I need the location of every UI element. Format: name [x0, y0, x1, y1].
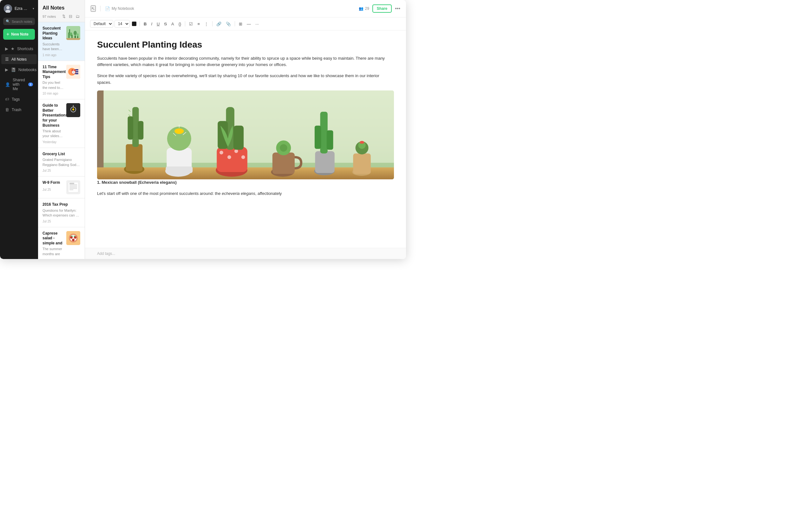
svg-point-22	[72, 109, 74, 110]
link-button[interactable]: 🔗	[215, 20, 223, 28]
note-thumb-succulent	[66, 26, 80, 40]
note-card-w9[interactable]: W-9 Form Jul 25	[38, 176, 85, 198]
notes-list-panel: All Notes 97 notes ⇅ ⊟ 🗂 Succulent Plant…	[38, 0, 85, 259]
sidebar-item-trash[interactable]: 🗑 Trash	[1, 105, 37, 115]
table-button[interactable]: ⊞	[237, 20, 244, 28]
color-picker[interactable]	[132, 22, 136, 26]
editor-section-heading: 1. Mexican snowball (Echeveria elegans)	[97, 179, 394, 186]
sidebar-item-all-notes[interactable]: ☰ All Notes	[1, 54, 37, 64]
svg-point-10	[77, 33, 79, 36]
note-content-pres: Guide to Better Presentations for your B…	[42, 103, 64, 144]
bold-button[interactable]: B	[142, 20, 148, 28]
plus-icon: +	[6, 31, 9, 37]
italic-button[interactable]: I	[149, 20, 154, 28]
checkbox-button[interactable]: ☑	[187, 20, 195, 28]
new-note-button[interactable]: + New Note	[3, 29, 35, 40]
toolbar-separator-1	[140, 21, 140, 26]
font-select[interactable]: Default	[90, 20, 113, 28]
note-card-succulent[interactable]: Succulent Planting Ideas Succulents have…	[38, 22, 85, 61]
editor-topbar: ↖ 📄 My Notebook 👥 29 Share •••	[85, 0, 406, 18]
note-preview: Questions for Marilyn: Which expenses ca…	[42, 208, 80, 218]
note-time: 10 min ago	[42, 92, 64, 95]
underline-button[interactable]: U	[155, 20, 161, 28]
toolbar-separator-4	[235, 21, 235, 26]
more-options-button[interactable]: •••	[395, 6, 400, 11]
editor-toolbar: Default 14 B I U S A {} ☑ ≡ ⋮ 🔗 📎 ⊞ — ··…	[85, 18, 406, 30]
note-thumb-tips: ⏰	[66, 65, 80, 79]
svg-rect-4	[68, 32, 70, 38]
note-time: 1 min ago	[42, 53, 64, 57]
collapse-button[interactable]: ↖	[91, 5, 96, 12]
note-card-presentations[interactable]: Guide to Better Presentations for your B…	[38, 99, 85, 148]
svg-point-38	[71, 236, 73, 237]
note-preview: Succulents have been popular in the inte…	[42, 42, 64, 52]
tags-label: Tags	[12, 97, 20, 102]
search-bar[interactable]: 🔍	[3, 18, 35, 25]
sidebar-item-tags[interactable]: 🏷 Tags	[1, 94, 37, 104]
shortcuts-arrow-icon: ▶	[5, 46, 8, 51]
user-chevron-icon: ▾	[33, 7, 34, 10]
note-preview: Think about your slides when...	[42, 129, 64, 139]
trash-icon: 🗑	[5, 107, 9, 112]
sort-button[interactable]: ⇅	[61, 13, 66, 19]
notebook-doc-icon: 📄	[105, 6, 110, 11]
note-time: Jul 25	[42, 169, 80, 172]
size-select[interactable]: 14	[115, 20, 130, 28]
note-card-tax[interactable]: 2016 Tax Prep Questions for Marilyn: Whi…	[38, 198, 85, 227]
tags-icon: 🏷	[5, 97, 9, 102]
numbered-list-button[interactable]: ⋮	[203, 20, 210, 28]
svg-point-37	[72, 239, 75, 241]
svg-rect-83	[97, 90, 394, 179]
share-button[interactable]: Share	[372, 4, 392, 13]
share-count: 👥 29	[359, 6, 369, 11]
svg-point-39	[74, 236, 76, 237]
strikethrough-button[interactable]: S	[163, 20, 168, 28]
note-time: Yesterday	[42, 140, 64, 144]
toolbar-separator-3	[212, 21, 212, 26]
code-button[interactable]: {}	[177, 20, 183, 28]
svg-rect-12	[66, 38, 80, 40]
note-content-tax: 2016 Tax Prep Questions for Marilyn: Whi…	[42, 202, 80, 223]
note-preview: Do you feel the need to be more organize…	[42, 80, 64, 90]
notes-actions: ⇅ ⊟ 🗂	[61, 13, 80, 19]
note-card-time-mgmt[interactable]: 11 Time Management Tips Do you feel the …	[38, 61, 85, 100]
note-title: Succulent Planting Ideas	[42, 26, 64, 41]
notes-header: All Notes 97 notes ⇅ ⊟ 🗂	[38, 0, 85, 22]
sidebar: Ezra Bridger ▾ 🔍 + New Note ▶ ★ Shortcut…	[0, 0, 38, 259]
notebooks-arrow-icon: ▶	[5, 67, 8, 72]
svg-text:⏰: ⏰	[71, 69, 77, 75]
tags-bar[interactable]: Add tags...	[85, 248, 406, 259]
note-thumb-pres	[66, 103, 80, 117]
sidebar-header: Ezra Bridger ▾	[0, 0, 38, 16]
note-time: Jul 25	[42, 188, 64, 191]
note-title: 11 Time Management Tips	[42, 65, 64, 80]
view-button[interactable]: ⊟	[68, 13, 73, 19]
editor-section-text: Let's start off with one of the most pro…	[97, 190, 394, 197]
bullet-list-button[interactable]: ≡	[196, 20, 201, 28]
note-content-w9: W-9 Form Jul 25	[42, 180, 64, 194]
note-title: Grocery List	[42, 152, 80, 157]
toolbar-separator-2	[185, 21, 185, 26]
notebook-label: 📄 My Notebook	[105, 6, 134, 11]
shared-icon: 👤	[5, 82, 10, 87]
more-toolbar-button[interactable]: ···	[254, 20, 260, 28]
editor-body[interactable]: Succulent Planting Ideas Succulents have…	[85, 30, 406, 248]
divider-button[interactable]: —	[245, 20, 253, 28]
search-input[interactable]	[12, 20, 32, 24]
svg-rect-5	[69, 29, 70, 33]
archive-button[interactable]: 🗂	[75, 13, 80, 19]
sidebar-item-shortcuts[interactable]: ▶ ★ Shortcuts	[1, 44, 37, 54]
sidebar-item-shared[interactable]: 👤 Shared with Me 2	[1, 75, 37, 93]
sidebar-item-notebooks[interactable]: ▶ 📓 Notebooks	[1, 65, 37, 75]
svg-point-8	[74, 31, 77, 35]
notes-panel-title: All Notes	[42, 5, 80, 11]
notes-count: 97 notes	[42, 15, 56, 19]
note-card-caprese[interactable]: Caprese salad - simple and The summer mo…	[38, 227, 85, 259]
note-card-grocery[interactable]: Grocery List Grated Parmigiano Reggiano …	[38, 148, 85, 176]
attachment-button[interactable]: 📎	[224, 20, 232, 28]
people-icon: 👥	[359, 6, 364, 11]
note-title: Guide to Better Presentations for your B…	[42, 103, 64, 128]
notes-icon: ☰	[5, 57, 9, 61]
highlight-button[interactable]: A	[170, 20, 176, 28]
notes-meta: 97 notes ⇅ ⊟ 🗂	[42, 13, 80, 19]
